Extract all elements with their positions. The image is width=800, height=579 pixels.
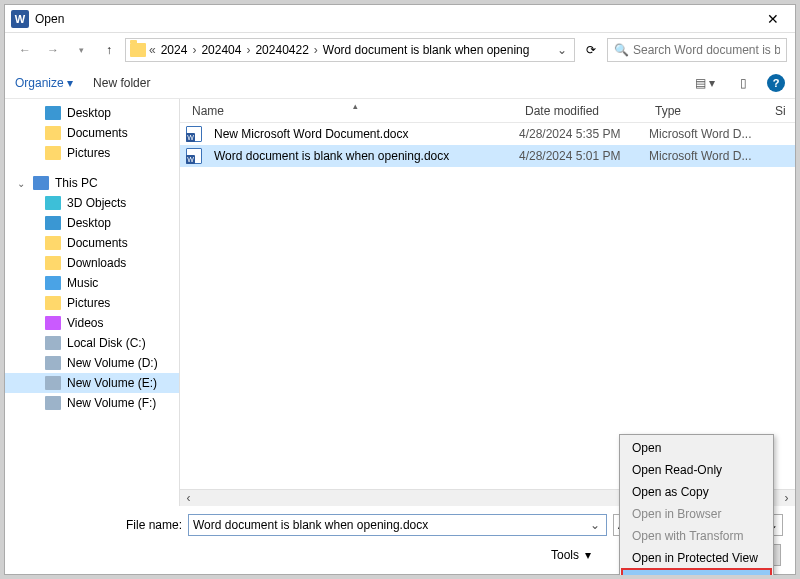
file-row[interactable]: New Microsoft Word Document.docx 4/28/20… [180, 123, 795, 145]
file-date: 4/28/2024 5:01 PM [519, 149, 649, 163]
sidebar-item-label: 3D Objects [67, 196, 126, 210]
chevron-down-icon: ▾ [585, 548, 591, 562]
recent-dropdown[interactable]: ▾ [69, 38, 93, 62]
sidebar-item-documents[interactable]: Documents [5, 123, 179, 143]
search-input[interactable] [633, 43, 780, 57]
sidebar-item-label: New Volume (F:) [67, 396, 156, 410]
file-name: Word document is blank when opening.docx [208, 149, 519, 163]
file-type: Microsoft Word D... [649, 127, 769, 141]
disk-icon [45, 376, 61, 390]
new-folder-button[interactable]: New folder [93, 76, 150, 90]
close-button[interactable]: ✕ [757, 11, 789, 27]
sidebar-item-videos[interactable]: Videos [5, 313, 179, 333]
window-title: Open [35, 12, 757, 26]
word-document-icon [186, 126, 202, 142]
scroll-right-button[interactable]: › [778, 490, 795, 506]
sidebar-item-pictures[interactable]: Pictures [5, 143, 179, 163]
search-box[interactable]: 🔍 [607, 38, 787, 62]
sidebar-item-documents[interactable]: Documents [5, 233, 179, 253]
sidebar-item-label: Local Disk (C:) [67, 336, 146, 350]
view-mode-button[interactable]: ▤ ▾ [691, 73, 719, 93]
pc-icon [33, 176, 49, 190]
disk-icon [45, 356, 61, 370]
open-dropdown-menu: OpenOpen Read-OnlyOpen as CopyOpen in Br… [619, 434, 774, 579]
sidebar-item-3d-objects[interactable]: 3D Objects [5, 193, 179, 213]
sidebar-item-this-pc[interactable]: ⌄This PC [5, 173, 179, 193]
sidebar-item-new-volume-e-[interactable]: New Volume (E:) [5, 373, 179, 393]
disk-icon [45, 396, 61, 410]
column-date[interactable]: Date modified [519, 104, 649, 118]
filename-dropdown-icon[interactable]: ⌄ [588, 518, 602, 532]
sidebar-item-label: Documents [67, 236, 128, 250]
titlebar: W Open ✕ [5, 5, 795, 33]
sidebar-item-label: Videos [67, 316, 103, 330]
sidebar-item-label: Music [67, 276, 98, 290]
column-size[interactable]: Si [769, 104, 789, 118]
sidebar-item-label: Desktop [67, 106, 111, 120]
sidebar-item-desktop[interactable]: Desktop [5, 213, 179, 233]
tools-button[interactable]: Tools ▾ [551, 548, 591, 562]
breadcrumb[interactable]: « 2024 › 202404 › 20240422 › Word docume… [125, 38, 575, 62]
menu-item-open[interactable]: Open [622, 437, 771, 459]
word-document-icon [186, 148, 202, 164]
menu-item-open-in-browser: Open in Browser [622, 503, 771, 525]
folder-icon [45, 126, 61, 140]
sidebar-item-pictures[interactable]: Pictures [5, 293, 179, 313]
filename-label: File name: [17, 518, 182, 532]
preview-pane-button[interactable]: ▯ [729, 73, 757, 93]
toolbar: Organize ▾ New folder ▤ ▾ ▯ ? [5, 67, 795, 99]
organize-button[interactable]: Organize ▾ [15, 76, 73, 90]
sidebar: DesktopDocumentsPictures⌄This PC3D Objec… [5, 99, 180, 506]
breadcrumb-overflow[interactable]: « [148, 43, 157, 57]
breadcrumb-item[interactable]: 2024 [159, 43, 190, 57]
folder-icon [45, 236, 61, 250]
desktop-icon [45, 106, 61, 120]
disk-icon [45, 336, 61, 350]
sidebar-item-label: Desktop [67, 216, 111, 230]
filename-input[interactable] [193, 518, 588, 532]
menu-item-open-as-copy[interactable]: Open as Copy [622, 481, 771, 503]
sidebar-item-desktop[interactable]: Desktop [5, 103, 179, 123]
sidebar-item-label: Pictures [67, 146, 110, 160]
file-date: 4/28/2024 5:35 PM [519, 127, 649, 141]
sidebar-item-label: Documents [67, 126, 128, 140]
video-icon [45, 316, 61, 330]
menu-item-open-read-only[interactable]: Open Read-Only [622, 459, 771, 481]
breadcrumb-dropdown[interactable]: ⌄ [554, 43, 570, 57]
sidebar-item-local-disk-c-[interactable]: Local Disk (C:) [5, 333, 179, 353]
breadcrumb-item[interactable]: 20240422 [253, 43, 310, 57]
desktop-icon [45, 216, 61, 230]
sidebar-item-new-volume-f-[interactable]: New Volume (F:) [5, 393, 179, 413]
menu-item-open-in-protected-view[interactable]: Open in Protected View [622, 547, 771, 569]
column-name[interactable]: Name▴ [186, 104, 519, 118]
column-type[interactable]: Type [649, 104, 769, 118]
scroll-left-button[interactable]: ‹ [180, 490, 197, 506]
breadcrumb-item[interactable]: Word document is blank when opening [321, 43, 532, 57]
menu-item-open-and-repair[interactable]: Open and Repair [622, 569, 771, 579]
breadcrumb-item[interactable]: 202404 [199, 43, 243, 57]
sidebar-item-downloads[interactable]: Downloads [5, 253, 179, 273]
sidebar-item-label: Pictures [67, 296, 110, 310]
folder-icon [45, 146, 61, 160]
forward-button[interactable]: → [41, 38, 65, 62]
menu-item-open-with-transform: Open with Transform [622, 525, 771, 547]
sidebar-item-label: New Volume (D:) [67, 356, 158, 370]
filename-combobox[interactable]: ⌄ [188, 514, 607, 536]
file-row[interactable]: Word document is blank when opening.docx… [180, 145, 795, 167]
file-type: Microsoft Word D... [649, 149, 769, 163]
3d-icon [45, 196, 61, 210]
sidebar-item-label: This PC [55, 176, 98, 190]
column-headers: Name▴ Date modified Type Si [180, 99, 795, 123]
help-button[interactable]: ? [767, 74, 785, 92]
back-button[interactable]: ← [13, 38, 37, 62]
expand-icon[interactable]: ⌄ [17, 178, 25, 189]
sidebar-item-label: New Volume (E:) [67, 376, 157, 390]
folder-icon [45, 296, 61, 310]
sidebar-item-music[interactable]: Music [5, 273, 179, 293]
navbar: ← → ▾ ↑ « 2024 › 202404 › 20240422 › Wor… [5, 33, 795, 67]
refresh-button[interactable]: ⟳ [579, 38, 603, 62]
up-button[interactable]: ↑ [97, 38, 121, 62]
sidebar-item-new-volume-d-[interactable]: New Volume (D:) [5, 353, 179, 373]
search-icon: 🔍 [614, 43, 629, 57]
music-icon [45, 276, 61, 290]
